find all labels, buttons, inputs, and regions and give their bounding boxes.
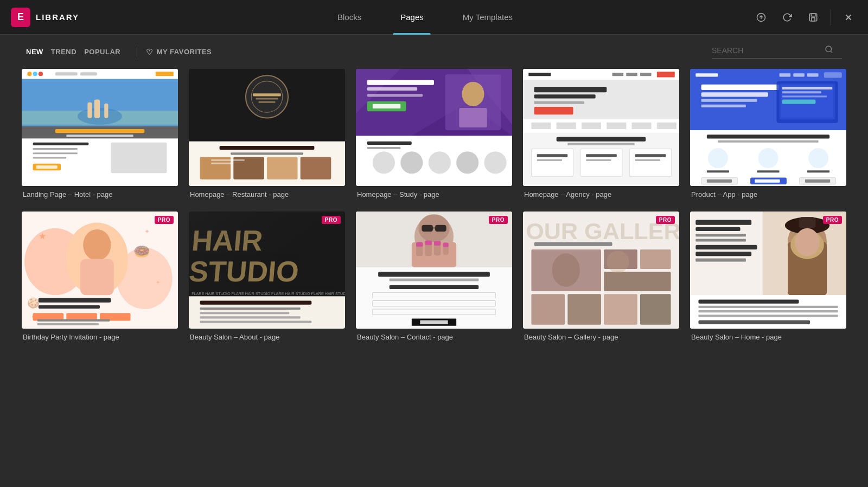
upload-icon[interactable] — [752, 9, 770, 26]
svg-rect-82 — [531, 123, 551, 129]
svg-point-59 — [462, 82, 484, 106]
svg-rect-33 — [36, 165, 58, 169]
svg-rect-113 — [782, 87, 833, 89]
svg-point-35 — [246, 75, 288, 118]
filter-bar: NEW TREND POPULAR ♡ MY FAVORITES — [0, 35, 868, 69]
svg-rect-159 — [200, 316, 301, 318]
filter-new[interactable]: NEW — [26, 44, 51, 59]
filter-popular[interactable]: POPULAR — [84, 44, 128, 59]
svg-text:🍪: 🍪 — [27, 297, 40, 309]
svg-point-122 — [808, 148, 828, 168]
card-hotel[interactable]: Landing Page – Hotel - page — [22, 69, 178, 198]
svg-point-64 — [373, 151, 395, 174]
card-beauty-about-label: Beauty Salon – About - page — [189, 333, 345, 341]
svg-rect-190 — [534, 242, 612, 246]
svg-rect-209 — [695, 220, 751, 225]
svg-rect-214 — [695, 252, 751, 256]
svg-point-65 — [400, 151, 423, 174]
card-birthday-label: Birthday Party Invitation - page — [22, 333, 178, 341]
pro-badge-beauty-about: PRO — [322, 216, 341, 224]
card-agency[interactable]: Homepage – Agency - page — [523, 69, 679, 198]
svg-rect-221 — [698, 321, 810, 324]
search-icon[interactable] — [825, 45, 833, 56]
svg-rect-72 — [612, 73, 624, 76]
header-actions — [752, 9, 857, 26]
svg-rect-93 — [629, 149, 671, 176]
svg-rect-74 — [640, 73, 652, 76]
template-grid-container: Landing Page – Hotel - page — [0, 69, 868, 483]
svg-rect-115 — [782, 95, 827, 97]
close-icon[interactable] — [840, 9, 857, 26]
svg-rect-118 — [707, 134, 829, 138]
card-beauty-contact-thumb: PRO — [356, 212, 512, 329]
tab-my-templates[interactable]: My Templates — [443, 0, 532, 35]
save-icon[interactable] — [805, 9, 822, 26]
card-beauty-about-thumb: PRO HAIR STUDIO — [189, 212, 345, 329]
tab-blocks[interactable]: Blocks — [318, 0, 381, 35]
card-beauty-about[interactable]: PRO HAIR STUDIO — [189, 212, 345, 341]
svg-rect-38 — [256, 98, 278, 99]
filter-trend[interactable]: TREND — [51, 44, 84, 59]
svg-rect-197 — [604, 294, 637, 325]
svg-rect-78 — [534, 94, 596, 98]
svg-rect-168 — [422, 225, 433, 232]
card-beauty-contact[interactable]: PRO — [356, 212, 512, 341]
svg-rect-87 — [657, 123, 676, 129]
svg-rect-193 — [640, 249, 671, 269]
svg-rect-107 — [701, 92, 768, 97]
svg-rect-187 — [420, 321, 448, 324]
svg-rect-218 — [698, 306, 838, 308]
svg-text:✦: ✦ — [156, 279, 160, 285]
card-study[interactable]: Homepage – Study - page — [356, 69, 512, 198]
search-input[interactable] — [712, 46, 820, 55]
svg-point-10 — [27, 72, 31, 76]
svg-rect-22 — [22, 125, 178, 126]
card-birthday-thumb: PRO ★ ✦ ✦ — [22, 212, 178, 329]
svg-rect-182 — [390, 285, 479, 289]
svg-rect-198 — [640, 294, 671, 325]
svg-rect-31 — [111, 143, 167, 174]
svg-rect-105 — [824, 72, 842, 78]
svg-rect-119 — [718, 140, 818, 143]
svg-rect-103 — [793, 73, 805, 76]
svg-rect-77 — [534, 87, 607, 92]
svg-rect-219 — [698, 310, 838, 312]
svg-rect-15 — [156, 72, 174, 76]
svg-rect-106 — [701, 85, 780, 90]
pro-badge-birthday: PRO — [155, 216, 174, 224]
header: E LIBRARY Blocks Pages My Templates — [0, 0, 868, 35]
svg-rect-210 — [695, 227, 740, 231]
svg-rect-63 — [367, 147, 401, 149]
svg-rect-92 — [580, 149, 622, 176]
svg-rect-98 — [635, 154, 666, 157]
card-agency-label: Homepage – Agency - page — [523, 190, 679, 198]
svg-rect-84 — [582, 123, 601, 129]
card-app[interactable]: Product – App - page — [690, 69, 846, 198]
svg-point-136 — [83, 229, 111, 261]
svg-rect-39 — [259, 101, 276, 103]
svg-rect-62 — [367, 142, 412, 145]
svg-rect-104 — [807, 73, 819, 76]
svg-rect-217 — [698, 300, 799, 304]
svg-point-121 — [758, 148, 778, 168]
favorites-label: MY FAVORITES — [157, 48, 212, 56]
card-beauty-home[interactable]: PRO — [690, 212, 846, 341]
svg-rect-169 — [435, 225, 446, 232]
tab-pages[interactable]: Pages — [381, 0, 443, 35]
card-beauty-gallery-label: Beauty Salon – Gallery - page — [523, 333, 679, 341]
svg-rect-13 — [55, 72, 78, 75]
heart-icon: ♡ — [146, 48, 154, 56]
svg-rect-108 — [701, 99, 757, 102]
refresh-icon[interactable] — [778, 9, 796, 26]
card-restaurant[interactable]: Homepage – Restaurant - page — [189, 69, 345, 198]
card-beauty-gallery[interactable]: PRO OUR GALLERY — [523, 212, 679, 341]
pro-badge-beauty-contact: PRO — [489, 216, 508, 224]
card-study-label: Homepage – Study - page — [356, 190, 512, 198]
svg-rect-141 — [39, 298, 111, 302]
card-birthday[interactable]: PRO ★ ✦ ✦ — [22, 212, 178, 341]
svg-rect-176 — [416, 242, 423, 247]
favorites-button[interactable]: ♡ MY FAVORITES — [146, 48, 212, 56]
svg-text:🍩: 🍩 — [133, 244, 150, 260]
svg-rect-25 — [66, 134, 133, 137]
svg-rect-14 — [80, 72, 97, 75]
